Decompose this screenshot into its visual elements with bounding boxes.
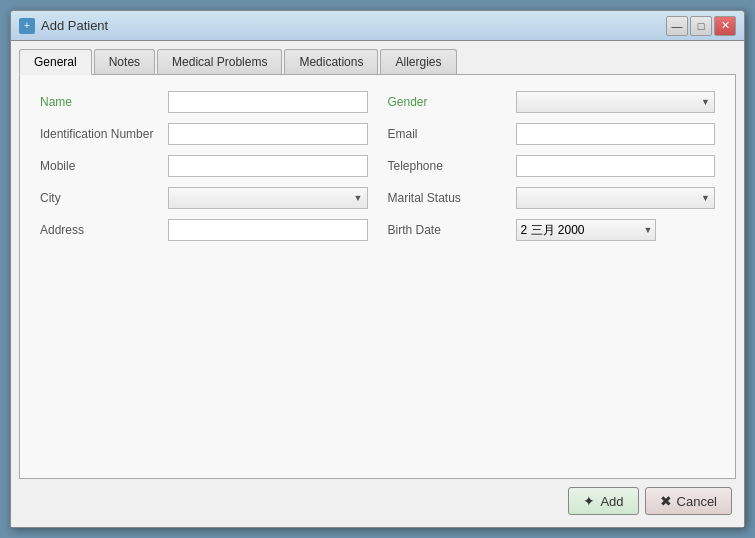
gender-row: Gender Male Female [388, 91, 716, 113]
telephone-row: Telephone [388, 155, 716, 177]
minimize-button[interactable]: — [666, 16, 688, 36]
city-row: City [40, 187, 368, 209]
name-row: Name [40, 91, 368, 113]
birth-date-controls: 2 三月 2000 [516, 219, 656, 241]
form-right-col: Gender Male Female Email [388, 91, 716, 241]
city-select-wrapper [168, 187, 368, 209]
tab-medications[interactable]: Medications [284, 49, 378, 74]
add-icon: ✦ [583, 493, 595, 509]
cancel-icon: ✖ [660, 493, 672, 509]
marital-select-wrapper: Single Married Divorced [516, 187, 716, 209]
tab-bar: General Notes Medical Problems Medicatio… [19, 49, 736, 75]
id-input[interactable] [168, 123, 368, 145]
city-select[interactable] [168, 187, 368, 209]
add-button[interactable]: ✦ Add [568, 487, 638, 515]
main-window: + Add Patient — □ ✕ General Notes Medica… [10, 10, 745, 528]
tab-notes[interactable]: Notes [94, 49, 155, 74]
birth-date-row: Birth Date 2 三月 2000 [388, 219, 716, 241]
titlebar-left: + Add Patient [19, 18, 108, 34]
email-label: Email [388, 127, 508, 141]
titlebar-controls: — □ ✕ [666, 16, 736, 36]
add-button-label: Add [600, 494, 623, 509]
address-row: Address [40, 219, 368, 241]
address-input[interactable] [168, 219, 368, 241]
gender-select-wrapper: Male Female [516, 91, 716, 113]
window-icon: + [19, 18, 35, 34]
mobile-input[interactable] [168, 155, 368, 177]
marital-row: Marital Status Single Married Divorced [388, 187, 716, 209]
city-label: City [40, 191, 160, 205]
birth-date-select[interactable]: 2 三月 2000 [516, 219, 656, 241]
window-body: General Notes Medical Problems Medicatio… [11, 41, 744, 527]
close-button[interactable]: ✕ [714, 16, 736, 36]
id-row: Identification Number [40, 123, 368, 145]
marital-select[interactable]: Single Married Divorced [516, 187, 716, 209]
gender-label: Gender [388, 95, 508, 109]
tab-content-general: Name Identification Number Mobile City [19, 75, 736, 479]
telephone-label: Telephone [388, 159, 508, 173]
birth-date-select-wrapper: 2 三月 2000 [516, 219, 656, 241]
window-title: Add Patient [41, 18, 108, 33]
name-label: Name [40, 95, 160, 109]
maximize-button[interactable]: □ [690, 16, 712, 36]
footer: ✦ Add ✖ Cancel [19, 479, 736, 519]
form-grid: Name Identification Number Mobile City [40, 91, 715, 241]
telephone-input[interactable] [516, 155, 716, 177]
tab-allergies[interactable]: Allergies [380, 49, 456, 74]
tab-medical-problems[interactable]: Medical Problems [157, 49, 282, 74]
cancel-button-label: Cancel [677, 494, 717, 509]
titlebar: + Add Patient — □ ✕ [11, 11, 744, 41]
tab-general[interactable]: General [19, 49, 92, 75]
mobile-row: Mobile [40, 155, 368, 177]
id-label: Identification Number [40, 127, 160, 141]
marital-label: Marital Status [388, 191, 508, 205]
cancel-button[interactable]: ✖ Cancel [645, 487, 732, 515]
email-input[interactable] [516, 123, 716, 145]
name-input[interactable] [168, 91, 368, 113]
address-label: Address [40, 223, 160, 237]
gender-select[interactable]: Male Female [516, 91, 716, 113]
email-row: Email [388, 123, 716, 145]
mobile-label: Mobile [40, 159, 160, 173]
form-left-col: Name Identification Number Mobile City [40, 91, 368, 241]
birth-label: Birth Date [388, 223, 508, 237]
